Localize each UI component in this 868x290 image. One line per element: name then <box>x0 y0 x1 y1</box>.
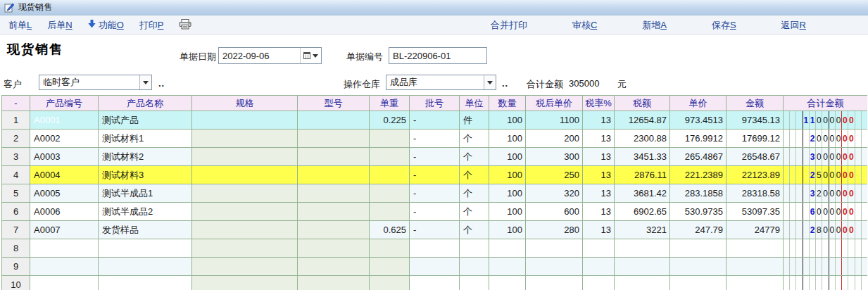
cell-price-with-tax[interactable]: 300 <box>526 148 583 166</box>
toolbar-button-right-2[interactable]: 新增A <box>642 19 667 32</box>
cell-tax-rate[interactable]: 13 <box>583 221 615 239</box>
cell-rownum[interactable]: 6 <box>2 203 30 221</box>
cell-qty[interactable]: 100 <box>489 166 526 184</box>
cell-unit[interactable]: 个 <box>460 148 489 166</box>
cell-product-name[interactable] <box>99 239 192 258</box>
customer-more-button[interactable]: .. <box>158 80 165 87</box>
cell-tax[interactable] <box>615 239 670 258</box>
cell-batch[interactable] <box>410 258 460 276</box>
cell-rownum[interactable]: 9 <box>2 258 30 276</box>
cell-tax[interactable]: 3221 <box>615 221 670 239</box>
cell-model[interactable] <box>298 130 370 148</box>
cell-product-code[interactable] <box>30 276 99 290</box>
cell-product-name[interactable]: 测试材料2 <box>99 148 192 166</box>
cell-batch[interactable] <box>410 276 460 290</box>
cell-unit-weight[interactable]: 0.225 <box>370 111 410 130</box>
cell-unit[interactable]: 个 <box>460 221 489 239</box>
cell-price[interactable]: 283.1858 <box>670 184 727 203</box>
cell-price-with-tax[interactable]: 1100 <box>526 111 583 130</box>
cell-model[interactable] <box>298 239 370 258</box>
customer-select[interactable]: 临时客户 <box>39 75 152 90</box>
cell-amount[interactable]: 53097.35 <box>727 203 784 221</box>
cell-price[interactable]: 973.4513 <box>670 111 727 130</box>
cell-product-code[interactable]: A0001 <box>30 111 99 130</box>
cell-tax[interactable] <box>615 258 670 276</box>
cell-qty[interactable]: 100 <box>489 184 526 203</box>
cell-product-code[interactable]: A0002 <box>30 130 99 148</box>
cell-batch[interactable]: - <box>410 130 460 148</box>
cell-amount[interactable]: 22123.89 <box>727 166 784 184</box>
toolbar-button-left-0[interactable]: 前单L <box>8 19 32 32</box>
cell-product-code[interactable]: A0006 <box>30 203 99 221</box>
cell-qty[interactable]: 100 <box>489 111 526 130</box>
cell-ledger[interactable]: 3200000 <box>784 184 868 203</box>
cell-unit[interactable] <box>460 239 489 258</box>
cell-product-name[interactable]: 测试半成品1 <box>99 184 192 203</box>
cell-product-name[interactable] <box>99 258 192 276</box>
cell-tax-rate[interactable]: 13 <box>583 148 615 166</box>
cell-price[interactable]: 530.9735 <box>670 203 727 221</box>
cell-tax[interactable]: 12654.87 <box>615 111 670 130</box>
column-header-tax-rate[interactable]: 税率% <box>583 96 615 111</box>
cell-spec[interactable] <box>192 166 298 184</box>
warehouse-dropdown-button[interactable] <box>484 75 496 89</box>
cell-tax-rate[interactable]: 13 <box>583 203 615 221</box>
warehouse-more-button[interactable]: .. <box>502 80 508 87</box>
cell-product-name[interactable]: 测试材料1 <box>99 130 192 148</box>
cell-qty[interactable] <box>489 239 526 258</box>
cell-spec[interactable] <box>192 221 298 239</box>
toolbar-button-left-3[interactable]: 打印P <box>139 19 164 32</box>
cell-unit-weight[interactable] <box>370 276 410 290</box>
cell-unit[interactable]: 个 <box>460 203 489 221</box>
cell-price-with-tax[interactable]: 280 <box>526 221 583 239</box>
cell-price-with-tax[interactable]: 200 <box>526 130 583 148</box>
cell-ledger[interactable]: 6000000 <box>784 203 868 221</box>
cell-unit[interactable]: 个 <box>460 184 489 203</box>
cell-tax-rate[interactable]: 13 <box>583 166 615 184</box>
cell-rownum[interactable]: 2 <box>2 130 30 148</box>
cell-ledger[interactable]: 11000000 <box>784 111 868 130</box>
cell-amount[interactable]: 26548.67 <box>727 148 784 166</box>
cell-batch[interactable]: - <box>410 203 460 221</box>
column-header-ledger[interactable]: 合计金额 <box>784 96 868 111</box>
column-header-product-name[interactable]: 产品名称 <box>99 96 192 111</box>
cell-qty[interactable]: 100 <box>489 221 526 239</box>
cell-product-code[interactable]: A0007 <box>30 221 99 239</box>
cell-qty[interactable]: 100 <box>489 148 526 166</box>
toolbar-button-right-3[interactable]: 保存S <box>712 19 736 32</box>
cell-batch[interactable]: - <box>410 184 460 203</box>
cell-rownum[interactable]: 8 <box>2 239 30 258</box>
cell-price-with-tax[interactable] <box>526 258 583 276</box>
cell-tax[interactable]: 2300.88 <box>615 130 670 148</box>
cell-price[interactable]: 247.79 <box>670 221 727 239</box>
cell-ledger[interactable]: 2800000 <box>784 221 868 239</box>
column-header-qty[interactable]: 数量 <box>489 96 526 111</box>
toolbar-button-right-1[interactable]: 审核C <box>572 19 597 32</box>
cell-unit[interactable]: 个 <box>460 166 489 184</box>
column-header-product-code[interactable]: 产品编号 <box>30 96 99 111</box>
cell-spec[interactable] <box>192 130 298 148</box>
cell-tax[interactable]: 3451.33 <box>615 148 670 166</box>
column-header-rownum[interactable]: - <box>2 96 30 111</box>
cell-unit-weight[interactable] <box>370 184 410 203</box>
cell-ledger[interactable]: 2500000 <box>784 166 868 184</box>
cell-product-name[interactable]: 发货样品 <box>99 221 192 239</box>
cell-product-code[interactable] <box>30 239 99 258</box>
cell-unit-weight[interactable] <box>370 130 410 148</box>
cell-price[interactable]: 176.9912 <box>670 130 727 148</box>
cell-spec[interactable] <box>192 239 298 258</box>
cell-tax-rate[interactable]: 13 <box>583 184 615 203</box>
cell-product-code[interactable]: A0005 <box>30 184 99 203</box>
cell-spec[interactable] <box>192 111 298 130</box>
cell-price-with-tax[interactable]: 250 <box>526 166 583 184</box>
docno-input[interactable]: BL-220906-01 <box>389 47 487 64</box>
date-picker-button[interactable] <box>300 48 321 63</box>
cell-price[interactable] <box>670 239 727 258</box>
cell-unit[interactable] <box>460 258 489 276</box>
cell-unit[interactable]: 个 <box>460 130 489 148</box>
cell-unit-weight[interactable] <box>370 203 410 221</box>
cell-price[interactable]: 265.4867 <box>670 148 727 166</box>
toolbar-button-right-4[interactable]: 返回R <box>781 19 806 32</box>
column-header-price-with-tax[interactable]: 税后单价 <box>526 96 583 111</box>
column-header-spec[interactable]: 规格 <box>192 96 298 111</box>
